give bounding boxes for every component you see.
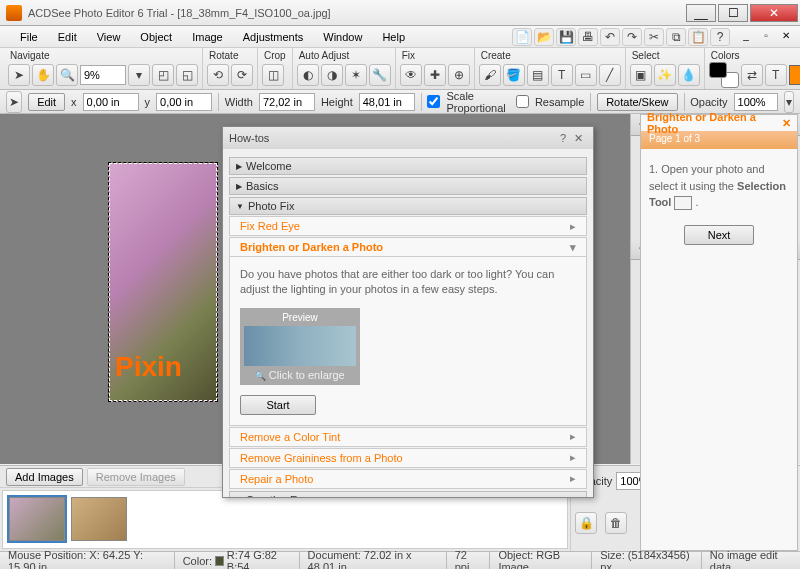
menu-adjustments[interactable]: Adjustments (233, 28, 314, 46)
auto-color-icon[interactable]: ✶ (345, 64, 367, 86)
accent-color-swatch[interactable] (789, 65, 800, 85)
section-basics[interactable]: ▶Basics (229, 177, 587, 195)
minimize-button[interactable]: __ (686, 4, 716, 22)
auto-levels-icon[interactable]: ◐ (297, 64, 319, 86)
tutorial-close-icon[interactable]: ✕ (782, 117, 791, 130)
magic-wand-icon[interactable]: ✨ (654, 64, 676, 86)
menu-image[interactable]: Image (182, 28, 233, 46)
preview-box[interactable]: Preview 🔍 Click to enlarge (240, 308, 360, 385)
hand-tool-icon[interactable]: ✋ (32, 64, 54, 86)
preview-label: Preview (244, 312, 356, 323)
status-ppi: 72 ppi (447, 552, 491, 569)
opacity-input[interactable] (734, 93, 778, 111)
text-tool-icon[interactable]: T (551, 64, 573, 86)
thumbnail[interactable] (71, 497, 127, 541)
item-remove-grain[interactable]: Remove Graininess from a Photo▸ (229, 448, 587, 468)
howtos-window: How-tos ? ✕ ▶Welcome ▶Basics ▼Photo Fix … (222, 126, 594, 498)
delete-layer-icon[interactable]: 🗑 (605, 512, 627, 534)
fill-tool-icon[interactable]: 🪣 (503, 64, 525, 86)
clone-tool-icon[interactable]: ⊕ (448, 64, 470, 86)
crop-tool-icon[interactable]: ◫ (262, 64, 284, 86)
auto-contrast-icon[interactable]: ◑ (321, 64, 343, 86)
fg-bg-color-picker[interactable] (709, 62, 739, 88)
add-images-button[interactable]: Add Images (6, 468, 83, 486)
doc-close-button[interactable]: ✕ (778, 30, 794, 44)
shape-tool-icon[interactable]: ▭ (575, 64, 597, 86)
watermark-text: Pixin (115, 351, 182, 383)
section-photofix[interactable]: ▼Photo Fix (229, 197, 587, 215)
item-repair-photo[interactable]: Repair a Photo▸ (229, 469, 587, 489)
doc-minimize-button[interactable]: _ (738, 30, 754, 44)
zoom-input[interactable] (80, 65, 126, 85)
menu-file[interactable]: File (10, 28, 48, 46)
howtos-titlebar[interactable]: How-tos ? ✕ (223, 127, 593, 149)
auto-fix-icon[interactable]: 🔧 (369, 64, 391, 86)
line-tool-icon[interactable]: ╱ (599, 64, 621, 86)
save-icon[interactable]: 💾 (556, 28, 576, 46)
menu-object[interactable]: Object (130, 28, 182, 46)
print-icon[interactable]: 🖶 (578, 28, 598, 46)
quick-toolbar: 📄 📂 💾 🖶 ↶ ↷ ✂ ⧉ 📋 ? (512, 28, 738, 46)
rotate-left-icon[interactable]: ⟲ (207, 64, 229, 86)
section-welcome[interactable]: ▶Welcome (229, 157, 587, 175)
width-input[interactable] (259, 93, 315, 111)
redo-icon[interactable]: ↷ (622, 28, 642, 46)
height-input[interactable] (359, 93, 415, 111)
new-icon[interactable]: 📄 (512, 28, 532, 46)
text-color-icon[interactable]: T (765, 64, 787, 86)
opacity-dropdown-icon[interactable]: ▾ (784, 91, 794, 113)
thumbnail[interactable] (9, 497, 65, 541)
pointer-tool-icon[interactable]: ➤ (8, 64, 30, 86)
tutorial-next-button[interactable]: Next (684, 225, 754, 245)
menu-help[interactable]: Help (372, 28, 415, 46)
width-label: Width (225, 96, 253, 108)
y-input[interactable] (156, 93, 212, 111)
edit-button[interactable]: Edit (28, 93, 65, 111)
selection-arrow-icon[interactable]: ➤ (6, 91, 22, 113)
group-crop-label: Crop (262, 48, 288, 61)
remove-images-button[interactable]: Remove Images (87, 468, 185, 486)
howtos-close-icon[interactable]: ✕ (570, 132, 587, 145)
menu-edit[interactable]: Edit (48, 28, 87, 46)
fit-screen-icon[interactable]: ◰ (152, 64, 174, 86)
scale-proportional-checkbox[interactable] (427, 95, 440, 108)
actual-size-icon[interactable]: ◱ (176, 64, 198, 86)
paste-icon[interactable]: 📋 (688, 28, 708, 46)
x-label: x (71, 96, 77, 108)
doc-restore-button[interactable]: ▫ (758, 30, 774, 44)
open-icon[interactable]: 📂 (534, 28, 554, 46)
group-navigate-label: Navigate (8, 48, 198, 61)
gradient-tool-icon[interactable]: ▤ (527, 64, 549, 86)
x-input[interactable] (83, 93, 139, 111)
eyedropper-icon[interactable]: 💧 (678, 64, 700, 86)
section-creative[interactable]: ▶Creative Ease (229, 491, 587, 497)
start-button[interactable]: Start (240, 395, 316, 415)
item-brighten-darken[interactable]: Brighten or Darken a Photo▾ (229, 237, 587, 257)
resample-checkbox[interactable] (516, 95, 529, 108)
copy-icon[interactable]: ⧉ (666, 28, 686, 46)
maximize-button[interactable]: ☐ (718, 4, 748, 22)
redeye-tool-icon[interactable]: 👁 (400, 64, 422, 86)
howtos-title-text: How-tos (229, 132, 556, 144)
menu-view[interactable]: View (87, 28, 131, 46)
item-remove-tint[interactable]: Remove a Color Tint▸ (229, 427, 587, 447)
chevron-right-icon: ▸ (570, 220, 576, 233)
select-rect-icon[interactable]: ▣ (630, 64, 652, 86)
close-button[interactable]: ✕ (750, 4, 798, 22)
cut-icon[interactable]: ✂ (644, 28, 664, 46)
rotate-skew-button[interactable]: Rotate/Skew (597, 93, 677, 111)
help-icon[interactable]: ? (710, 28, 730, 46)
image-object[interactable]: Pixin (108, 162, 218, 402)
zoom-dropdown-icon[interactable]: ▾ (128, 64, 150, 86)
lock-layer-icon[interactable]: 🔒 (575, 512, 597, 534)
item-fix-red-eye[interactable]: Fix Red Eye▸ (229, 216, 587, 236)
howtos-help-icon[interactable]: ? (556, 132, 570, 144)
undo-icon[interactable]: ↶ (600, 28, 620, 46)
rotate-right-icon[interactable]: ⟳ (231, 64, 253, 86)
zoom-tool-icon[interactable]: 🔍 (56, 64, 78, 86)
brush-tool-icon[interactable]: 🖌 (479, 64, 501, 86)
heal-tool-icon[interactable]: ✚ (424, 64, 446, 86)
menu-window[interactable]: Window (313, 28, 372, 46)
swap-colors-icon[interactable]: ⇄ (741, 64, 763, 86)
fg-color-swatch[interactable] (709, 62, 727, 78)
